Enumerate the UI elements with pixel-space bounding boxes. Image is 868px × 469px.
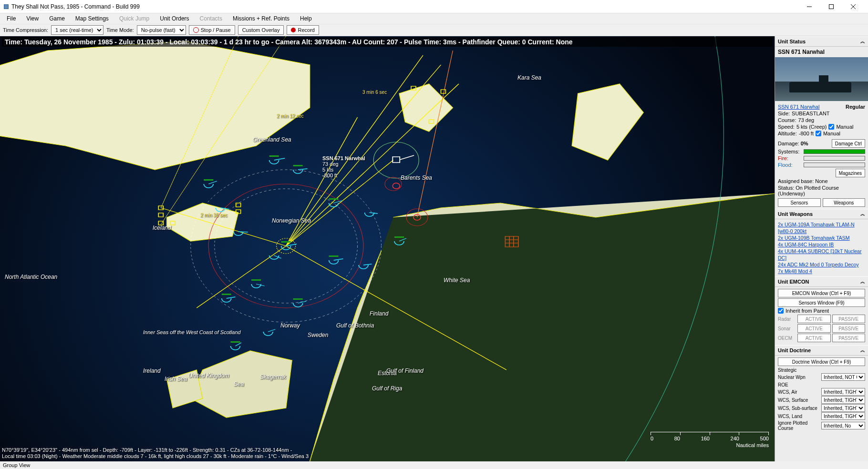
unit-doctrine-header[interactable]: Unit Doctrine ︽: [775, 345, 868, 356]
doctrine-window-button[interactable]: Doctrine Window (Ctrl + F9): [778, 357, 865, 366]
svg-line-16: [286, 55, 423, 246]
svg-line-65: [227, 297, 236, 298]
weapon-link[interactable]: 2x UGM-109B Tomahawk TASM: [778, 234, 865, 241]
time-compression-label: Time Compression:: [3, 27, 48, 33]
sonar-passive: PASSIVE: [832, 324, 866, 333]
menu-view[interactable]: View: [21, 14, 43, 23]
sensors-window-button[interactable]: Sensors Window (F9): [778, 298, 865, 307]
svg-rect-25: [158, 213, 163, 217]
stop-icon: [193, 27, 199, 33]
svg-line-19: [286, 246, 506, 370]
status-bar: Group View: [0, 461, 868, 469]
svg-rect-60: [329, 198, 339, 200]
map-scale-bar: 0 80 160 240 500 Nautical miles: [651, 432, 769, 448]
svg-line-67: [268, 329, 275, 332]
weapon-link[interactable]: 4x UUM-44A SUBROC [10kT Nuclear DC]: [778, 248, 865, 261]
weapons-button[interactable]: Weapons: [823, 198, 866, 207]
sensors-button[interactable]: Sensors: [778, 198, 821, 207]
window-titlebar: They Shall Not Pass, 1985 - Command - Bu…: [0, 0, 868, 13]
unit-weapons-header[interactable]: Unit Weapons ︽: [775, 209, 868, 219]
svg-rect-31: [441, 90, 445, 93]
svg-rect-66: [222, 294, 231, 295]
weapon-link[interactable]: 2x UGM-109A Tomahawk TLAM-N [w80-0 200kt: [778, 221, 865, 234]
stop-pause-button[interactable]: Stop / Pause: [189, 25, 235, 35]
label-barents-sea: Barents Sea: [401, 174, 432, 181]
svg-rect-45: [293, 165, 303, 166]
menu-help[interactable]: Help: [295, 14, 317, 23]
label-gulf-finland: Gulf of Finland: [386, 367, 424, 374]
weapon-link[interactable]: 7x Mk48 Mod 4: [778, 268, 865, 275]
svg-point-8: [208, 184, 363, 308]
svg-rect-24: [158, 206, 163, 210]
sonar-active: ACTIVE: [797, 324, 831, 333]
time-compression-select[interactable]: 1 sec (real-time): [51, 25, 103, 35]
weapon-link[interactable]: 4x UGM-84C Harpoon IB: [778, 241, 865, 248]
svg-line-22: [161, 36, 286, 224]
svg-rect-3: [829, 4, 834, 9]
svg-rect-1: [4, 5, 8, 9]
svg-point-11: [385, 177, 402, 191]
eta-a: 2 min 36 sec: [200, 213, 227, 218]
maximize-button[interactable]: [820, 0, 842, 13]
magazines-button[interactable]: Magazines: [836, 169, 865, 177]
alt-manual-checkbox[interactable]: [816, 131, 821, 136]
svg-rect-50: [281, 241, 291, 243]
svg-rect-30: [411, 86, 416, 90]
menu-quick-jump: Quick Jump: [114, 14, 154, 23]
damage-ctrl-button[interactable]: Damage Ctrl: [832, 139, 865, 148]
main-area: Time: Tuesday, 26 November 1985 - Zulu: …: [0, 36, 868, 461]
weapon-link[interactable]: 24x ADC Mk2 Mod 0 Torpedo Decoy: [778, 261, 865, 268]
menu-unit-orders[interactable]: Unit Orders: [155, 14, 194, 23]
record-icon: [291, 28, 296, 32]
label-inner-seas: Inner Seas off the West Coast of Scotlan…: [143, 329, 241, 335]
unit-db-link[interactable]: SSN 671 Narwhal: [778, 104, 819, 110]
menu-game[interactable]: Game: [44, 14, 70, 23]
svg-rect-33: [505, 236, 518, 247]
side-panel: Unit Status ︽ SSN 671 Narwhal SSN 671 Na…: [775, 36, 868, 461]
minimize-button[interactable]: [798, 0, 820, 13]
close-button[interactable]: [842, 0, 864, 13]
unit-status-header[interactable]: Unit Status ︽: [775, 36, 868, 47]
svg-line-68: [235, 343, 241, 346]
menu-map-settings[interactable]: Map Settings: [71, 14, 114, 23]
doctrine-wcs-air[interactable]: Inherited, TIGHT -: [821, 388, 865, 396]
chevron-up-icon: ︽: [860, 347, 865, 354]
svg-point-12: [277, 238, 296, 254]
svg-rect-32: [429, 120, 434, 123]
map-cursor-coords: N70°39'19'', E34°20'23'' - 494nm from se…: [2, 447, 309, 459]
time-mode-select[interactable]: No-pulse (fast): [137, 25, 186, 35]
unit-proficiency: Regular: [846, 104, 865, 110]
unit-emcon-header[interactable]: Unit EMCON ︽: [775, 276, 868, 287]
svg-line-14: [196, 246, 286, 308]
doctrine-wcs-surface[interactable]: Inherited, TIGHT -: [821, 396, 865, 404]
svg-line-54: [298, 301, 306, 303]
app-icon: [4, 4, 9, 9]
svg-line-44: [298, 169, 308, 170]
doctrine-nuclear[interactable]: Inherited, NOT GR: [821, 373, 865, 381]
doctrine-wcs-land[interactable]: Inherited, TIGHT -: [821, 412, 865, 420]
inherit-checkbox[interactable]: [778, 308, 784, 314]
record-button[interactable]: Record: [287, 25, 319, 35]
menu-missions[interactable]: Missions + Ref. Points: [228, 14, 294, 23]
svg-line-48: [220, 208, 229, 209]
emcon-window-button[interactable]: EMCON Window (Ctrl + F9): [778, 289, 865, 297]
svg-line-64: [238, 232, 248, 232]
time-mode-label: Time Mode:: [106, 27, 134, 33]
label-sweden: Sweden: [308, 332, 328, 338]
doctrine-wcs-sub[interactable]: Inherited, TIGHT -: [821, 404, 865, 412]
svg-rect-29: [236, 210, 241, 214]
svg-rect-69: [230, 341, 240, 343]
speed-manual-checkbox[interactable]: [828, 124, 834, 130]
doctrine-ignore-plotted[interactable]: Inherited, No: [821, 422, 865, 429]
svg-line-58: [363, 264, 372, 265]
svg-point-9: [373, 142, 419, 178]
chevron-up-icon: ︽: [860, 38, 865, 45]
label-iceland: Iceland: [153, 224, 171, 231]
svg-line-23: [417, 51, 453, 217]
map-view[interactable]: Time: Tuesday, 26 November 1985 - Zulu: …: [0, 36, 775, 461]
custom-overlay-button[interactable]: Custom Overlay: [238, 25, 284, 35]
menu-file[interactable]: File: [2, 14, 21, 23]
flood-bar: [804, 163, 865, 167]
svg-line-15: [286, 117, 358, 246]
menu-contacts: Contacts: [195, 14, 227, 23]
